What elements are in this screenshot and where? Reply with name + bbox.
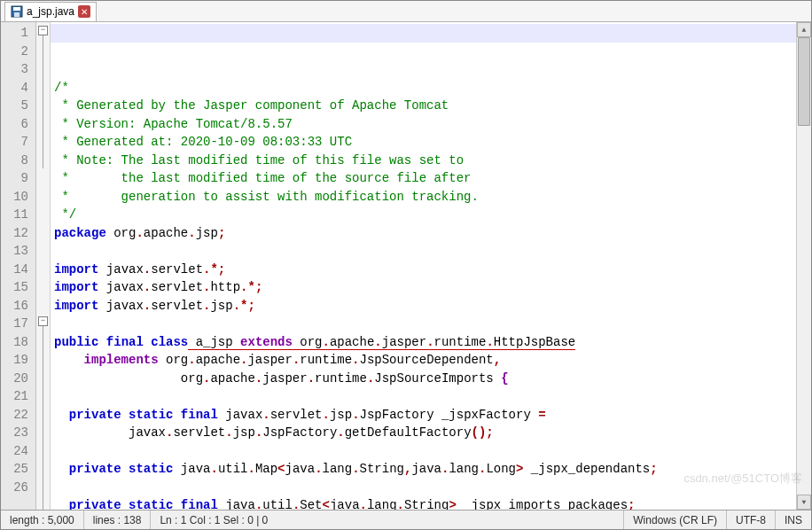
line-number: 1 <box>4 24 28 43</box>
scroll-track[interactable] <box>797 37 811 495</box>
code-line[interactable]: import javax.servlet.http.*; <box>54 278 792 297</box>
fold-toggle-icon[interactable]: − <box>38 26 48 35</box>
line-number: 11 <box>4 206 28 224</box>
code-line[interactable] <box>54 387 792 406</box>
line-number: 6 <box>4 115 28 134</box>
vertical-scrollbar[interactable]: ▲ ▼ <box>796 22 811 510</box>
code-line[interactable] <box>54 442 792 461</box>
code-line[interactable]: * generation to assist with modification… <box>54 188 792 207</box>
code-line[interactable]: import javax.servlet.jsp.*; <box>54 297 792 316</box>
code-line[interactable]: * Version: Apache Tomcat/8.5.57 <box>54 115 792 134</box>
line-number: 15 <box>4 278 28 297</box>
code-line[interactable]: javax.servlet.jsp.JspFactory.getDefaultF… <box>54 424 792 442</box>
code-line[interactable]: /* <box>54 79 792 97</box>
file-tab[interactable]: a_jsp.java ✕ <box>4 2 97 21</box>
line-number: 14 <box>4 261 28 279</box>
status-bar: length : 5,000 lines : 138 Ln : 1 Col : … <box>1 510 811 529</box>
line-number: 5 <box>4 97 28 115</box>
code-line[interactable]: private static final javax.servlet.jsp.J… <box>54 406 792 425</box>
status-length: length : 5,000 <box>1 511 84 529</box>
code-area[interactable]: /* * Generated by the Jasper component o… <box>51 22 796 510</box>
editor[interactable]: 1234567891011121314151617181920212223242… <box>1 22 811 510</box>
code-line[interactable]: import javax.servlet.*; <box>54 261 792 279</box>
line-number: 4 <box>4 79 28 97</box>
scroll-thumb[interactable] <box>798 37 810 126</box>
code-line[interactable]: implements org.apache.jasper.runtime.Jsp… <box>54 351 792 370</box>
save-icon <box>11 5 23 18</box>
code-line[interactable] <box>54 242 792 261</box>
code-line[interactable]: * Generated at: 2020-10-09 08:03:33 UTC <box>54 133 792 152</box>
line-number: 13 <box>4 242 28 261</box>
line-number: 26 <box>4 479 28 497</box>
line-number: 17 <box>4 315 28 333</box>
line-number: 22 <box>4 406 28 425</box>
line-number: 10 <box>4 188 28 207</box>
svg-rect-1 <box>13 7 20 11</box>
line-number: 19 <box>4 351 28 370</box>
line-number: 2 <box>4 43 28 61</box>
scroll-down-icon[interactable]: ▼ <box>797 495 811 510</box>
line-number: 8 <box>4 152 28 170</box>
svg-rect-2 <box>14 12 20 17</box>
current-line-highlight <box>51 24 796 43</box>
line-number: 7 <box>4 133 28 152</box>
status-lines: lines : 138 <box>84 511 152 529</box>
code-line[interactable] <box>54 479 792 497</box>
tab-filename: a_jsp.java <box>27 5 74 18</box>
line-number: 3 <box>4 60 28 79</box>
close-icon[interactable]: ✕ <box>78 5 90 18</box>
fold-guide <box>43 326 43 510</box>
status-encoding[interactable]: UTF-8 <box>727 511 776 529</box>
code-line[interactable]: org.apache.jasper.runtime.JspSourceImpor… <box>54 370 792 388</box>
line-number: 25 <box>4 460 28 479</box>
status-eol[interactable]: Windows (CR LF) <box>624 511 727 529</box>
line-number-gutter: 1234567891011121314151617181920212223242… <box>1 22 36 510</box>
tab-bar: a_jsp.java ✕ <box>1 1 811 22</box>
code-line[interactable]: private static java.util.Map<java.lang.S… <box>54 460 792 479</box>
scroll-up-icon[interactable]: ▲ <box>797 22 811 37</box>
line-number: 23 <box>4 424 28 442</box>
fold-toggle-icon[interactable]: − <box>38 316 48 326</box>
code-line[interactable]: public final class a_jsp extends org.apa… <box>54 333 792 352</box>
status-insert-mode[interactable]: INS <box>776 511 811 529</box>
fold-guide <box>43 35 43 168</box>
code-line[interactable]: */ <box>54 206 792 224</box>
line-number: 16 <box>4 297 28 316</box>
code-line[interactable]: * Generated by the Jasper component of A… <box>54 97 792 115</box>
code-line[interactable]: package org.apache.jsp; <box>54 224 792 243</box>
line-number: 12 <box>4 224 28 243</box>
fold-column[interactable]: − − <box>36 22 51 510</box>
code-line[interactable]: private static final java.util.Set<java.… <box>54 496 792 510</box>
code-line[interactable]: * Note: The last modified time of this f… <box>54 152 792 170</box>
line-number: 21 <box>4 387 28 406</box>
status-position: Ln : 1 Col : 1 Sel : 0 | 0 <box>151 511 624 529</box>
line-number: 18 <box>4 333 28 352</box>
code-line[interactable] <box>54 315 792 333</box>
code-line[interactable]: * the last modified time of the source f… <box>54 169 792 188</box>
line-number: 9 <box>4 169 28 188</box>
line-number: 24 <box>4 442 28 461</box>
line-number: 20 <box>4 370 28 388</box>
